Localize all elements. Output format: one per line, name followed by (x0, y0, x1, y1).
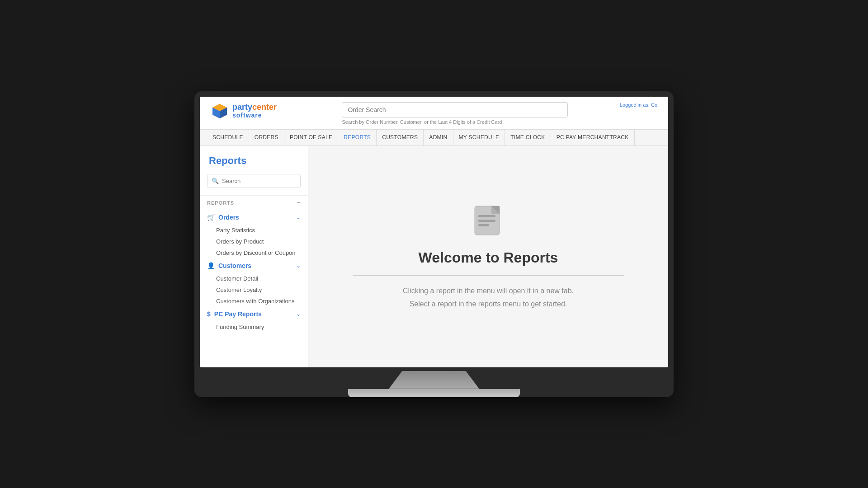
category-pcpay-label: $ PC Pay Reports (207, 310, 262, 318)
welcome-subtitle: Clicking a report in the menu will open … (403, 285, 574, 311)
sidebar-item-funding-summary[interactable]: Funding Summary (200, 321, 308, 333)
nav-reports[interactable]: REPORTS (338, 130, 377, 145)
sidebar-item-orders-by-product[interactable]: Orders by Product (200, 236, 308, 247)
sidebar-search-wrap: 🔍 (207, 174, 301, 188)
main-layout: Reports 🔍 REPORTS − 🛒 Orders ⌄ (200, 146, 668, 367)
app-header: partycenter software Search by Order Num… (200, 97, 668, 130)
sidebar: Reports 🔍 REPORTS − 🛒 Orders ⌄ (200, 146, 308, 367)
nav-orders[interactable]: ORDERS (249, 130, 284, 145)
logged-in-label: Logged in as: Co (620, 102, 657, 108)
sidebar-item-customer-loyalty[interactable]: Customer Loyalty (200, 284, 308, 296)
nav-time-clock[interactable]: TIME CLOCK (505, 130, 551, 145)
logo-center-span: center (252, 103, 277, 112)
nav-admin[interactable]: ADMIN (424, 130, 453, 145)
dollar-icon: $ (207, 310, 211, 318)
sidebar-item-customers-with-orgs[interactable]: Customers with Organizations (200, 296, 308, 307)
sidebar-search-input[interactable] (207, 174, 301, 188)
sidebar-item-customer-detail[interactable]: Customer Detail (200, 273, 308, 284)
order-search-area: Search by Order Number, Customer, or the… (342, 102, 568, 125)
category-orders[interactable]: 🛒 Orders ⌄ (200, 210, 308, 225)
category-orders-text: Orders (218, 214, 239, 221)
nav-bar: SCHEDULE ORDERS POINT OF SALE REPORTS CU… (200, 130, 668, 146)
main-content: Welcome to Reports Clicking a report in … (308, 146, 668, 367)
welcome-line1: Clicking a report in the menu will open … (403, 285, 574, 298)
monitor: partycenter software Search by Order Num… (194, 91, 674, 397)
nav-pos[interactable]: POINT OF SALE (284, 130, 338, 145)
orders-chevron-icon: ⌄ (296, 214, 301, 221)
logo-party-span: party (232, 103, 252, 112)
welcome-divider (353, 275, 624, 276)
welcome-title: Welcome to Reports (419, 249, 558, 266)
category-customers[interactable]: 👤 Customers ⌄ (200, 258, 308, 273)
screen: partycenter software Search by Order Num… (200, 97, 668, 367)
monitor-base (348, 389, 520, 397)
logo-text: partycenter software (232, 103, 277, 119)
logo-area: partycenter software (211, 102, 277, 120)
reports-section-label: REPORTS (207, 200, 234, 206)
monitor-stand (389, 371, 479, 389)
search-hint-text: Search by Order Number, Customer, or the… (342, 119, 568, 125)
nav-customers[interactable]: CUSTOMERS (377, 130, 424, 145)
sidebar-item-orders-by-discount[interactable]: Orders by Discount or Coupon (200, 247, 308, 258)
nav-pc-pay[interactable]: PC PAY MERCHANTTRACK (551, 130, 635, 145)
logo-software-label: software (232, 112, 277, 119)
svg-rect-7 (478, 220, 495, 222)
nav-schedule[interactable]: SCHEDULE (207, 130, 249, 145)
category-customers-text: Customers (218, 262, 251, 269)
person-icon: 👤 (207, 262, 215, 269)
collapse-reports-icon[interactable]: − (297, 199, 301, 206)
monitor-bottom-frame (200, 367, 668, 371)
logo-cube-icon (211, 102, 229, 120)
pcpay-chevron-icon: ⌄ (296, 311, 301, 317)
category-pcpay[interactable]: $ PC Pay Reports ⌄ (200, 307, 308, 321)
order-search-input[interactable] (342, 102, 568, 117)
customers-chevron-icon: ⌄ (296, 263, 301, 269)
reports-section-header: REPORTS − (200, 195, 308, 210)
category-orders-label: 🛒 Orders (207, 214, 239, 221)
sidebar-search-icon: 🔍 (212, 178, 219, 184)
logo-name: partycenter (232, 103, 277, 112)
welcome-line2: Select a report in the reports menu to g… (403, 298, 574, 311)
nav-my-schedule[interactable]: MY SCHEDULE (453, 130, 505, 145)
sidebar-item-party-statistics[interactable]: Party Statistics (200, 225, 308, 236)
svg-rect-6 (478, 215, 495, 217)
category-customers-label: 👤 Customers (207, 262, 251, 269)
svg-rect-8 (478, 224, 489, 226)
reports-welcome-icon (470, 202, 506, 240)
category-pcpay-text: PC Pay Reports (214, 310, 262, 318)
cart-icon: 🛒 (207, 214, 215, 221)
sidebar-title: Reports (200, 146, 308, 174)
